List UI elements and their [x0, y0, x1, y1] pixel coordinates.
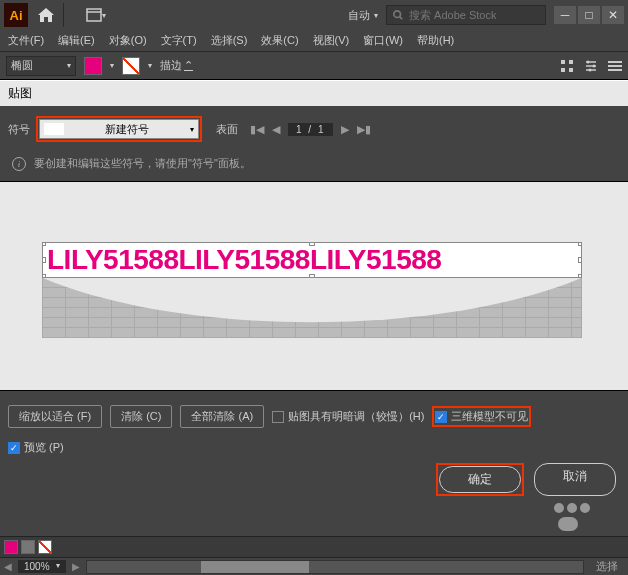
swatch-none[interactable]: [38, 540, 52, 554]
zoom-dropdown[interactable]: 100% ▾: [18, 560, 66, 573]
settings-icon[interactable]: [584, 59, 598, 73]
last-surface-button[interactable]: ▶▮: [357, 123, 371, 136]
symbol-label: 符号: [8, 122, 30, 137]
annotation-highlight: ✓ 三维模型不可见: [432, 406, 531, 427]
symbol-selected: 新建符号: [105, 122, 149, 137]
swatch-row: [0, 536, 628, 557]
panel-menu-icon[interactable]: [608, 61, 622, 71]
minimize-button[interactable]: ─: [554, 6, 576, 24]
next-surface-button[interactable]: ▶: [341, 123, 349, 136]
swatch-magenta[interactable]: [4, 540, 18, 554]
symbol-dropdown[interactable]: 新建符号 ▾: [39, 119, 199, 139]
menu-select[interactable]: 选择(S): [209, 31, 250, 50]
search-icon: [393, 10, 403, 20]
preview-checkbox[interactable]: ✓ 预览 (P): [8, 440, 620, 455]
menu-type[interactable]: 文字(T): [159, 31, 199, 50]
shape-dropdown[interactable]: 椭圆 ▾: [6, 56, 76, 76]
maximize-button[interactable]: □: [578, 6, 600, 24]
workspace-label: 自动: [348, 8, 370, 23]
workspace-dropdown[interactable]: 自动 ▾: [348, 8, 378, 23]
annotation-highlight: 确定: [436, 463, 524, 496]
prev-surface-button[interactable]: ◀: [272, 123, 280, 136]
menu-window[interactable]: 窗口(W): [361, 31, 405, 50]
selection-handle[interactable]: [309, 242, 315, 246]
surface-label: 表面: [216, 122, 238, 137]
selection-handle[interactable]: [42, 257, 46, 263]
menu-object[interactable]: 对象(O): [107, 31, 149, 50]
ok-button[interactable]: 确定: [439, 466, 521, 493]
zoom-value: 100%: [24, 561, 50, 572]
fill-swatch[interactable]: [84, 57, 102, 75]
home-button[interactable]: [36, 3, 64, 27]
clear-button[interactable]: 清除 (C): [110, 405, 172, 428]
info-icon: i: [12, 157, 26, 171]
shade-artwork-checkbox[interactable]: 贴图具有明暗调（较慢）(H): [272, 409, 424, 424]
checkbox-icon: [272, 411, 284, 423]
invisible-geometry-checkbox[interactable]: ✓ 三维模型不可见: [435, 409, 528, 424]
stroke-swatch[interactable]: [122, 57, 140, 75]
info-text: 要创建和编辑这些符号，请使用"符号"面板。: [34, 156, 251, 171]
menu-edit[interactable]: 编辑(E): [56, 31, 97, 50]
svg-point-8: [587, 60, 590, 63]
surface-indicator: 1 / 1: [288, 123, 333, 136]
svg-point-9: [593, 64, 596, 67]
watermark-icon: [554, 503, 590, 513]
grid-icon[interactable]: [560, 59, 574, 73]
nav-right-icon[interactable]: ▶: [72, 561, 80, 572]
chevron-down-icon: ▾: [67, 61, 71, 70]
app-logo: Ai: [4, 3, 28, 27]
shade-label: 贴图具有明暗调（较慢）(H): [288, 409, 424, 424]
horizontal-scrollbar[interactable]: [86, 560, 584, 574]
cancel-button[interactable]: 取消: [534, 463, 616, 496]
invisible-label: 三维模型不可见: [451, 409, 528, 424]
first-surface-button[interactable]: ▮◀: [250, 123, 264, 136]
annotation-highlight: 新建符号 ▾: [36, 116, 202, 142]
svg-rect-7: [569, 68, 573, 72]
chevron-down-icon[interactable]: ▾: [148, 61, 152, 70]
menu-file[interactable]: 文件(F): [6, 31, 46, 50]
layout-button[interactable]: ▾: [76, 5, 116, 25]
chevron-down-icon: ▾: [102, 11, 106, 20]
svg-rect-0: [87, 9, 101, 21]
close-button[interactable]: ✕: [602, 6, 624, 24]
home-icon: [38, 8, 54, 22]
chevron-down-icon: ▾: [56, 561, 60, 572]
artwork-text: LILY51588LILY51588LILY51588: [47, 244, 441, 276]
menu-view[interactable]: 视图(V): [311, 31, 352, 50]
checkbox-checked-icon: ✓: [435, 411, 447, 423]
menu-bar: 文件(F) 编辑(E) 对象(O) 文字(T) 选择(S) 效果(C) 视图(V…: [0, 30, 628, 52]
svg-point-10: [589, 68, 592, 71]
chevron-down-icon[interactable]: ▾: [110, 61, 114, 70]
svg-rect-6: [561, 68, 565, 72]
preview-label: 预览 (P): [24, 440, 64, 455]
layout-icon: [86, 8, 102, 22]
nav-left-icon[interactable]: ◀: [4, 561, 12, 572]
shape-label: 椭圆: [11, 58, 33, 73]
svg-rect-4: [561, 60, 565, 64]
search-placeholder: 搜索 Adobe Stock: [409, 8, 496, 23]
selection-handle[interactable]: [578, 242, 582, 246]
chevron-down-icon: ▾: [374, 11, 378, 20]
swatch-gray[interactable]: [21, 540, 35, 554]
scrollbar-thumb[interactable]: [201, 561, 309, 573]
panel-title: 贴图: [0, 80, 628, 106]
selection-handle[interactable]: [42, 242, 46, 246]
stroke-weight-link[interactable]: ⌃: [184, 59, 193, 72]
surface-grid: [42, 278, 582, 338]
svg-rect-5: [569, 60, 573, 64]
selection-tool-label: 选择: [590, 559, 624, 574]
search-input[interactable]: 搜索 Adobe Stock: [386, 5, 546, 25]
symbol-artwork[interactable]: LILY51588LILY51588LILY51588: [42, 242, 582, 278]
symbol-thumbnail: [44, 123, 64, 135]
map-art-canvas[interactable]: LILY51588LILY51588LILY51588: [0, 181, 628, 391]
menu-effect[interactable]: 效果(C): [259, 31, 300, 50]
chevron-down-icon: ▾: [190, 125, 194, 134]
checkbox-checked-icon: ✓: [8, 442, 20, 454]
clear-all-button[interactable]: 全部清除 (A): [180, 405, 264, 428]
svg-line-3: [400, 17, 403, 20]
scale-to-fit-button[interactable]: 缩放以适合 (F): [8, 405, 102, 428]
selection-handle[interactable]: [578, 257, 582, 263]
menu-help[interactable]: 帮助(H): [415, 31, 456, 50]
stroke-label: 描边: [160, 58, 182, 73]
svg-point-2: [394, 11, 401, 18]
